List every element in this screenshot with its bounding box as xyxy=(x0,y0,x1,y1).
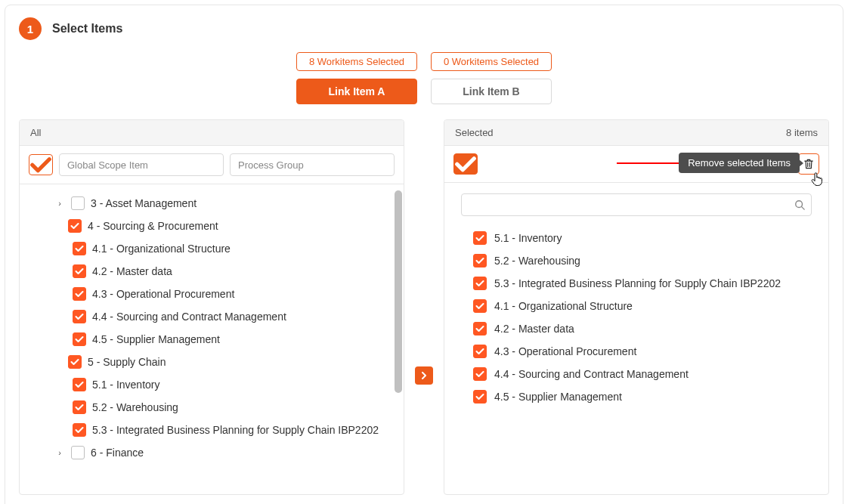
tree-item-label: 4 - Sourcing & Procurement xyxy=(88,220,218,232)
left-select-all-toggle[interactable] xyxy=(29,154,53,175)
tree-item-label: 5 - Supply Chain xyxy=(88,356,166,368)
item-checkbox[interactable] xyxy=(71,196,85,210)
select-items-card: 1 Select Items 8 Workitems Selected 0 Wo… xyxy=(5,5,843,504)
tree-item-label: 4.5 - Supplier Management xyxy=(92,333,220,345)
item-checkbox[interactable] xyxy=(473,277,487,290)
tree-item-label: 4.4 - Sourcing and Contract Management xyxy=(92,311,286,323)
remove-tooltip: Remove selected Items xyxy=(679,153,800,173)
check-icon xyxy=(454,156,477,173)
tree-row: 5.3 - Integrated Business Planning for S… xyxy=(26,419,398,441)
right-items-count: 8 items xyxy=(786,127,818,138)
item-checkbox[interactable] xyxy=(68,219,82,233)
selection-badges-row: 8 Workitems Selected 0 Workitems Selecte… xyxy=(19,52,829,71)
panels-container: All ›3 - Asset Management4 - Sourcing & … xyxy=(19,119,829,495)
item-checkbox[interactable] xyxy=(473,322,487,335)
list-item: 5.3 - Integrated Business Planning for S… xyxy=(473,272,812,295)
left-panel-header: All xyxy=(20,120,404,146)
chevron-right-icon xyxy=(420,372,428,379)
item-checkbox[interactable] xyxy=(73,400,86,414)
tree-row: 4 - Sourcing & Procurement xyxy=(26,215,398,237)
all-items-panel: All ›3 - Asset Management4 - Sourcing & … xyxy=(19,119,404,495)
badge-workitems-b: 0 Workitems Selected xyxy=(431,52,552,71)
item-checkbox[interactable] xyxy=(73,423,86,437)
step-title: Select Items xyxy=(52,22,122,36)
item-checkbox[interactable] xyxy=(473,231,487,245)
global-scope-filter[interactable] xyxy=(59,153,224,176)
tree-item-label: 5.1 - Inventory xyxy=(92,379,160,391)
link-item-a-button[interactable]: Link Item A xyxy=(296,79,417,104)
item-checkbox[interactable] xyxy=(73,332,86,346)
item-checkbox[interactable] xyxy=(73,264,86,278)
item-checkbox[interactable] xyxy=(68,355,82,369)
step-number-badge: 1 xyxy=(19,17,42,40)
search-icon xyxy=(794,199,805,210)
list-item: 4.3 - Operational Procurement xyxy=(473,340,812,363)
selected-item-label: 5.2 - Warehousing xyxy=(494,255,580,267)
tree-row: 4.2 - Master data xyxy=(26,260,398,283)
check-icon xyxy=(29,156,52,174)
tree-row: 4.1 - Organizational Structure xyxy=(26,237,398,260)
list-item: 5.2 - Warehousing xyxy=(473,249,812,272)
tree-item-label: 4.1 - Organizational Structure xyxy=(92,243,231,255)
tree-row: 4.5 - Supplier Management xyxy=(26,328,398,351)
badge-workitems-a: 8 Workitems Selected xyxy=(296,52,417,71)
link-item-b-button[interactable]: Link Item B xyxy=(431,79,552,104)
tree-item-label: 6 - Finance xyxy=(91,447,144,459)
item-checkbox[interactable] xyxy=(73,310,86,323)
tree-item-label: 5.3 - Integrated Business Planning for S… xyxy=(92,424,379,436)
right-panel-toolbar: Remove selected Items xyxy=(444,146,828,183)
list-item: 4.1 - Organizational Structure xyxy=(473,295,812,317)
step-header: 1 Select Items xyxy=(19,17,829,40)
tree-item-label: 3 - Asset Management xyxy=(91,197,197,209)
left-scrollbar[interactable] xyxy=(395,190,402,488)
tree-item-label: 4.3 - Operational Procurement xyxy=(92,288,234,300)
item-checkbox[interactable] xyxy=(473,390,487,404)
list-item: 4.4 - Sourcing and Contract Management xyxy=(473,363,812,385)
item-checkbox[interactable] xyxy=(473,254,487,267)
selected-item-label: 5.1 - Inventory xyxy=(494,232,562,244)
tree-item-label: 5.2 - Warehousing xyxy=(92,401,178,413)
annotation-arrow xyxy=(617,162,685,164)
list-item: 4.2 - Master data xyxy=(473,317,812,340)
process-group-filter[interactable] xyxy=(230,153,395,176)
right-panel-title: Selected xyxy=(455,127,494,138)
selected-item-label: 4.4 - Sourcing and Contract Management xyxy=(494,368,689,380)
selected-list: 5.1 - Inventory5.2 - Warehousing5.3 - In… xyxy=(444,222,828,416)
link-buttons-row: Link Item A Link Item B xyxy=(19,79,829,104)
selected-search-box xyxy=(461,193,812,216)
item-checkbox[interactable] xyxy=(473,367,487,381)
tree-row: 5.2 - Warehousing xyxy=(26,396,398,419)
selected-item-label: 4.1 - Organizational Structure xyxy=(494,300,633,312)
item-checkbox[interactable] xyxy=(71,446,85,459)
tree-row: 5 - Supply Chain xyxy=(26,351,398,373)
transfer-right-button[interactable] xyxy=(415,366,433,385)
selected-item-label: 4.5 - Supplier Management xyxy=(494,391,622,403)
tree-row: 4.4 - Sourcing and Contract Management xyxy=(26,305,398,328)
item-checkbox[interactable] xyxy=(473,345,487,358)
selected-search-wrap xyxy=(444,183,828,222)
selected-item-label: 4.2 - Master data xyxy=(494,323,574,335)
tree-row: 5.1 - Inventory xyxy=(26,373,398,396)
item-checkbox[interactable] xyxy=(473,299,487,313)
right-panel-header: Selected 8 items xyxy=(444,120,828,146)
tree-row: 4.3 - Operational Procurement xyxy=(26,283,398,305)
tree-item-label: 4.2 - Master data xyxy=(92,265,172,277)
item-tree: ›3 - Asset Management4 - Sourcing & Proc… xyxy=(26,192,398,464)
left-panel-title: All xyxy=(30,127,41,138)
tree-row: ›3 - Asset Management xyxy=(26,192,398,215)
item-checkbox[interactable] xyxy=(73,378,86,391)
tree-container: ›3 - Asset Management4 - Sourcing & Proc… xyxy=(20,184,404,494)
list-item: 5.1 - Inventory xyxy=(473,227,812,249)
item-checkbox[interactable] xyxy=(73,287,86,301)
chevron-right-icon[interactable]: › xyxy=(54,199,65,208)
chevron-right-icon[interactable]: › xyxy=(54,448,65,457)
selected-search-input[interactable] xyxy=(468,194,794,215)
svg-line-1 xyxy=(802,207,805,210)
selected-item-label: 4.3 - Operational Procurement xyxy=(494,345,636,357)
left-panel-toolbar xyxy=(20,146,404,184)
selected-items-panel: Selected 8 items Remove selected Items xyxy=(444,119,829,495)
item-checkbox[interactable] xyxy=(73,242,86,255)
scrollbar-thumb[interactable] xyxy=(395,190,402,393)
right-select-all-toggle[interactable] xyxy=(453,153,478,175)
list-item: 4.5 - Supplier Management xyxy=(473,385,812,408)
